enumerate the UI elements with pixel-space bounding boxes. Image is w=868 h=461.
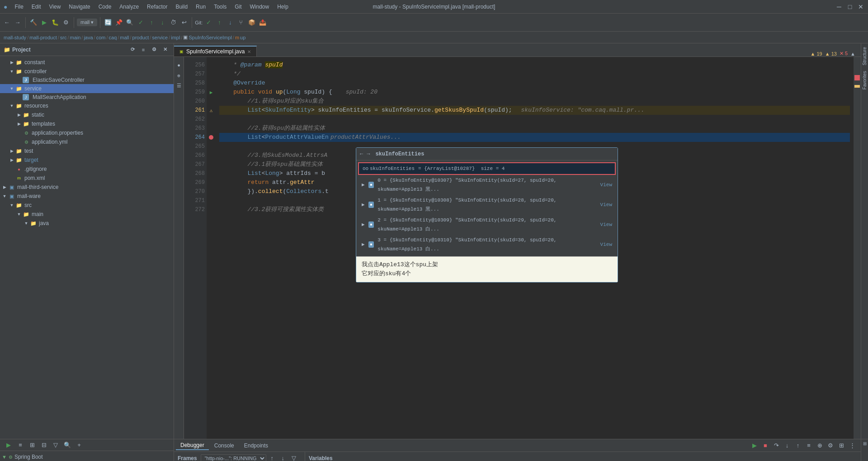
- debug-frames-btn[interactable]: ≡: [804, 441, 814, 451]
- tree-item-pomxml[interactable]: ▶ m pom.xml: [0, 174, 174, 183]
- favorites-tab[interactable]: Favorites: [862, 69, 867, 91]
- bp-264[interactable]: [209, 135, 213, 140]
- menu-window[interactable]: Window: [246, 3, 273, 11]
- tree-item-controller[interactable]: ▼ 📁 controller: [0, 67, 174, 76]
- vcs-button[interactable]: ✓: [136, 18, 146, 28]
- tree-item-appprop[interactable]: ▶ ⚙ application.properties: [0, 128, 174, 137]
- service-spring-boot[interactable]: ▼ ⚙ Spring Boot: [0, 453, 174, 461]
- gutter-btn-3[interactable]: ☰: [174, 80, 184, 90]
- tree-item-gitignore[interactable]: ▶ ● .gitignore: [0, 165, 174, 174]
- debug-more-btn[interactable]: ⋮: [847, 441, 857, 451]
- breadcrumb-service[interactable]: service: [152, 35, 168, 40]
- git-merge[interactable]: ⑂: [236, 18, 246, 28]
- menu-run[interactable]: Run: [192, 3, 209, 11]
- menu-tools[interactable]: Tools: [210, 3, 230, 11]
- popup-view-0[interactable]: View: [600, 180, 612, 189]
- debugger-tab-console[interactable]: Console: [210, 442, 239, 450]
- git-stash[interactable]: 📦: [247, 18, 257, 28]
- debug-step-in[interactable]: ↓: [782, 441, 792, 451]
- run-gutter-icon[interactable]: ▶: [210, 89, 213, 95]
- services-expand-btn[interactable]: ⊞: [27, 440, 37, 450]
- code-content[interactable]: * @param spuId */ @Override public void …: [216, 57, 854, 439]
- debug-step-over[interactable]: ↷: [771, 441, 781, 451]
- project-close-btn[interactable]: ✕: [160, 45, 170, 55]
- debug-layout-btn[interactable]: ⊞: [836, 441, 846, 451]
- popup-row-main[interactable]: oo skuInfoEntities = {ArrayList@10287} s…: [358, 162, 616, 175]
- menu-build[interactable]: Build: [172, 3, 191, 11]
- breadcrumb-java[interactable]: java: [84, 35, 93, 40]
- tree-item-static[interactable]: ▶ 📁 static: [0, 110, 174, 119]
- breadcrumb-src[interactable]: src: [60, 35, 67, 40]
- structure-tab[interactable]: Structure: [862, 45, 867, 67]
- git-push[interactable]: ↑: [214, 18, 224, 28]
- git-check[interactable]: ✓: [203, 18, 213, 28]
- history-button[interactable]: ⏱: [168, 18, 178, 28]
- editor-tab-main[interactable]: ▣ SpuInfoServiceImpl.java ✕: [174, 46, 257, 56]
- project-sync-btn[interactable]: ⟳: [127, 45, 137, 55]
- git-pull[interactable]: ↓: [225, 18, 235, 28]
- frames-up-btn[interactable]: ↑: [267, 453, 277, 461]
- gutter-btn-2[interactable]: ⊕: [174, 71, 184, 80]
- breadcrumb-classname[interactable]: SpuInfoServiceImpl: [189, 35, 231, 40]
- bookmark-button[interactable]: 📌: [114, 18, 124, 28]
- menu-edit[interactable]: Edit: [28, 3, 45, 11]
- menu-git[interactable]: Git: [231, 3, 245, 11]
- expand-btn[interactable]: ▲: [850, 51, 855, 56]
- tree-item-constant[interactable]: ▶ 📁 constant: [0, 58, 174, 67]
- find-button[interactable]: 🔍: [125, 18, 135, 28]
- breadcrumb-mall-product[interactable]: mall-product: [29, 35, 57, 40]
- tree-item-service[interactable]: ▼ 📁 service: [0, 84, 174, 93]
- debug-step-out[interactable]: ↑: [793, 441, 803, 451]
- breadcrumb-mall-study[interactable]: mall-study: [4, 35, 26, 40]
- breadcrumb-com[interactable]: com: [96, 35, 106, 40]
- menu-analyze[interactable]: Analyze: [116, 3, 142, 11]
- tree-item-mall-ware[interactable]: ▼ ▣ mall-ware: [0, 192, 174, 201]
- debug-stop-btn[interactable]: ■: [760, 441, 770, 451]
- tree-item-mallsearch[interactable]: ▶ J MallSearchApplication: [0, 93, 174, 101]
- popup-row-2[interactable]: ▶ ■ 2 = {SkuInfoEntity@10309} "SkuInfoEn…: [358, 215, 616, 235]
- services-filter-btn[interactable]: ▽: [51, 440, 61, 450]
- build-button[interactable]: 🔨: [28, 18, 38, 28]
- services-search-btn[interactable]: 🔍: [62, 440, 72, 450]
- debug-settings-btn[interactable]: ⚙: [826, 441, 835, 451]
- minimize-button[interactable]: ─: [835, 3, 843, 10]
- tree-item-src-ware[interactable]: ▼ 📁 src: [0, 201, 174, 210]
- debug-resume-btn[interactable]: ▶: [750, 441, 760, 451]
- tree-item-main-ware[interactable]: ▼ 📁 main: [0, 210, 174, 219]
- run-button[interactable]: ▶: [39, 18, 49, 28]
- popup-row-3[interactable]: ▶ ■ 3 = {SkuInfoEntity@10310} "SkuInfoEn…: [358, 235, 616, 254]
- services-group-btn[interactable]: ⊟: [39, 440, 49, 450]
- services-add-btn[interactable]: +: [74, 440, 84, 450]
- breadcrumb-product[interactable]: product: [132, 35, 149, 40]
- tree-item-elastic[interactable]: ▶ J ElasticSaveController: [0, 76, 174, 84]
- breadcrumb-method[interactable]: up: [240, 35, 245, 40]
- gutter-btn-1[interactable]: ●: [174, 61, 184, 71]
- project-gear-btn[interactable]: ⚙: [149, 45, 159, 55]
- menu-file[interactable]: File: [11, 3, 27, 11]
- maximize-button[interactable]: □: [846, 3, 854, 10]
- push-button[interactable]: ↑: [146, 18, 156, 28]
- run-config-button[interactable]: ⚙: [61, 18, 71, 28]
- tree-item-appyml[interactable]: ▶ ⚙ application.yml: [0, 137, 174, 146]
- popup-back-btn[interactable]: ←: [360, 150, 363, 159]
- popup-view-3[interactable]: View: [600, 240, 612, 249]
- menu-help[interactable]: Help: [274, 3, 292, 11]
- pull-button[interactable]: ↓: [157, 18, 167, 28]
- tree-item-test[interactable]: ▶ 📁 test: [0, 146, 174, 155]
- menu-navigate[interactable]: Navigate: [65, 3, 94, 11]
- frames-filter-btn[interactable]: ▽: [289, 453, 299, 461]
- popup-view-2[interactable]: View: [600, 220, 612, 229]
- services-right-expand[interactable]: ⊞: [863, 441, 867, 446]
- debugger-tab-debugger[interactable]: Debugger: [176, 441, 209, 450]
- run-config-dropdown[interactable]: mall ▾: [77, 19, 97, 26]
- breadcrumb-caq[interactable]: caq: [109, 35, 117, 40]
- sync-button[interactable]: 🔄: [103, 18, 113, 28]
- services-collapse-btn[interactable]: ≡: [15, 440, 25, 450]
- tree-item-mall-third[interactable]: ▶ ▣ mall-third-service: [0, 183, 174, 192]
- tree-item-java-ware[interactable]: ▼ 📁 java: [0, 219, 174, 228]
- breadcrumb-main[interactable]: main: [70, 35, 81, 40]
- git-unstash[interactable]: 📤: [258, 18, 268, 28]
- back-button[interactable]: ←: [2, 18, 12, 28]
- popup-row-0[interactable]: ▶ ■ 0 = {SkuInfoEntity@10307} "SkuInfoEn…: [358, 175, 616, 195]
- rollback-button[interactable]: ↩: [179, 18, 189, 28]
